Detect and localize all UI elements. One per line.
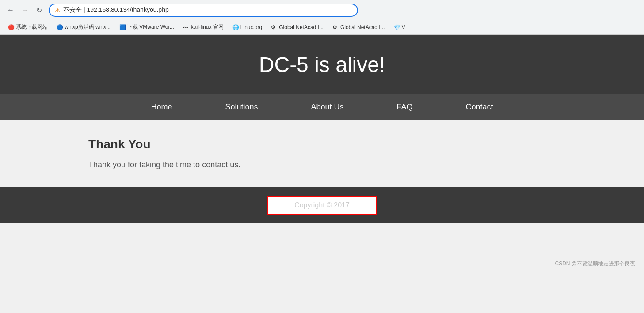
url-path: /thankyou.php xyxy=(130,6,169,13)
bookmark-item-5[interactable]: ⚙ Global NetAcad I... xyxy=(267,23,327,32)
nav-link-about[interactable]: About Us xyxy=(284,94,370,120)
bookmark-icon-2: 🟦 xyxy=(119,24,126,30)
bookmark-label-0: 系统下载网站 xyxy=(16,23,48,31)
address-text: 不安全 | 192.168.80.134/thankyou.php xyxy=(63,6,352,14)
bookmark-icon-1: 🔵 xyxy=(57,24,63,30)
bookmark-item-6[interactable]: ⚙ Global NetAcad I... xyxy=(329,23,389,32)
nav-item-home[interactable]: Home xyxy=(124,94,198,120)
copyright-text: Copyright © 2017 xyxy=(294,201,350,209)
bookmark-item-2[interactable]: 🟦 下载 VMware Wor... xyxy=(116,22,178,32)
bookmark-item-7[interactable]: 💎 V xyxy=(390,23,409,32)
site-title: DC-5 is alive! xyxy=(0,53,644,77)
nav-link-solutions[interactable]: Solutions xyxy=(198,94,284,120)
bookmark-icon-6: ⚙ xyxy=(332,24,339,30)
bookmark-label-1: winxp激活码 winx... xyxy=(65,23,111,31)
nav-item-contact[interactable]: Contact xyxy=(439,94,520,120)
bookmark-item-3[interactable]: 〜 kail-linux 官网 xyxy=(179,22,227,32)
bookmark-item-4[interactable]: 🌐 Linux.org xyxy=(229,23,266,32)
thank-you-heading: Thank You xyxy=(88,137,556,151)
site-nav: Home Solutions About Us FAQ Contact xyxy=(0,94,644,120)
bookmark-icon-7: 💎 xyxy=(394,24,400,30)
site-header: DC-5 is alive! xyxy=(0,35,644,94)
website: DC-5 is alive! Home Solutions About Us F… xyxy=(0,35,644,256)
bookmark-icon-0: 🔴 xyxy=(8,24,14,30)
bottom-bar-label: CSDN @不要温顺地走进那个良夜 xyxy=(555,260,635,267)
browser-toolbar: ← → ↻ ⚠ 不安全 | 192.168.80.134/thankyou.ph… xyxy=(0,0,644,20)
back-button[interactable]: ← xyxy=(4,4,17,16)
bookmark-icon-5: ⚙ xyxy=(271,24,277,30)
bookmarks-bar: 🔴 系统下载网站 🔵 winxp激活码 winx... 🟦 下载 VMware … xyxy=(0,20,644,34)
bottom-bar: CSDN @不要温顺地走进那个良夜 xyxy=(0,256,644,273)
url-domain: 192.168.80.134 xyxy=(87,6,130,13)
bookmark-item-0[interactable]: 🔴 系统下载网站 xyxy=(4,22,51,32)
bookmark-label-7: V xyxy=(402,24,405,30)
forward-button[interactable]: → xyxy=(19,4,31,16)
bookmark-icon-4: 🌐 xyxy=(232,24,239,30)
nav-buttons: ← → ↻ xyxy=(4,4,45,16)
nav-item-faq[interactable]: FAQ xyxy=(370,94,439,120)
site-main: Thank You Thank you for taking the time … xyxy=(0,120,644,187)
nav-item-solutions[interactable]: Solutions xyxy=(198,94,284,120)
bookmark-item-1[interactable]: 🔵 winxp激活码 winx... xyxy=(53,22,114,32)
warning-icon: ⚠ xyxy=(55,7,61,14)
bookmark-icon-3: 〜 xyxy=(183,24,189,30)
site-footer: Copyright © 2017 xyxy=(0,187,644,223)
nav-item-about[interactable]: About Us xyxy=(284,94,370,120)
browser-chrome: ← → ↻ ⚠ 不安全 | 192.168.80.134/thankyou.ph… xyxy=(0,0,644,35)
bookmark-label-3: kail-linux 官网 xyxy=(191,23,224,31)
insecure-label: 不安全 xyxy=(63,6,82,13)
nav-link-home[interactable]: Home xyxy=(124,94,198,120)
bookmark-label-2: 下载 VMware Wor... xyxy=(127,23,174,31)
bookmark-label-6: Global NetAcad I... xyxy=(340,24,385,30)
nav-link-faq[interactable]: FAQ xyxy=(370,94,439,120)
bookmark-label-5: Global NetAcad I... xyxy=(279,24,324,30)
address-bar[interactable]: ⚠ 不安全 | 192.168.80.134/thankyou.php xyxy=(49,4,358,17)
reload-button[interactable]: ↻ xyxy=(33,4,45,16)
thank-you-body: Thank you for taking the time to contact… xyxy=(88,160,556,170)
copyright-box: Copyright © 2017 xyxy=(267,196,377,215)
url-separator: | xyxy=(84,6,85,13)
bookmark-label-4: Linux.org xyxy=(240,24,262,30)
nav-link-contact[interactable]: Contact xyxy=(439,94,520,120)
nav-menu: Home Solutions About Us FAQ Contact xyxy=(0,94,644,120)
